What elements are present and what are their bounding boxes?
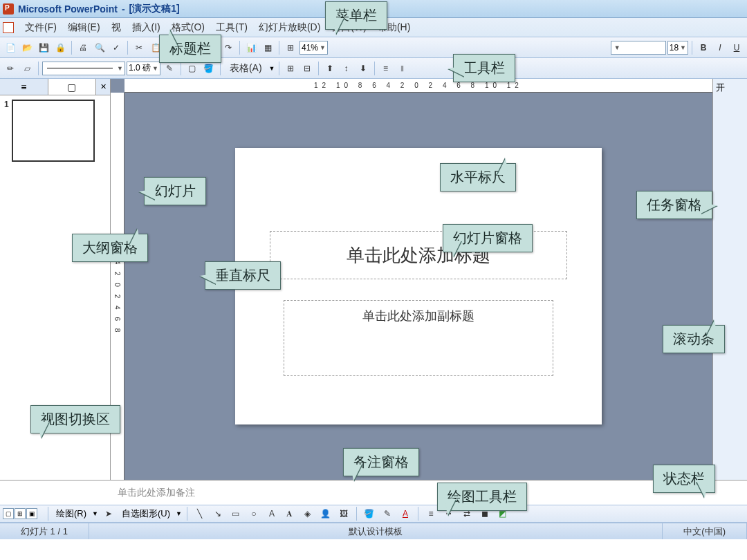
merge-icon[interactable]: ⊞ xyxy=(283,61,298,76)
callout-slide: 幻灯片 xyxy=(144,177,206,205)
status-slide: 幻灯片 1 / 1 xyxy=(0,523,89,539)
draw-table-icon[interactable]: ✏ xyxy=(3,61,18,76)
callout-hruler: 水平标尺 xyxy=(440,163,516,192)
subtitle-placeholder[interactable]: 单击此处添加副标题 xyxy=(284,300,553,376)
line-style-icon[interactable]: ≡ xyxy=(423,506,439,521)
callout-slidepane: 幻灯片窗格 xyxy=(443,224,533,252)
zoom-combo[interactable]: 41%▼ xyxy=(299,41,328,55)
chart-icon[interactable]: 📊 xyxy=(243,40,259,55)
textbox-icon[interactable]: A xyxy=(264,506,279,521)
callout-drawbar: 绘图工具栏 xyxy=(437,483,527,511)
autoshape-menu[interactable]: 自选图形(U) xyxy=(119,507,173,520)
distribute-rows-icon[interactable]: ≡ xyxy=(378,61,394,76)
diagram-icon[interactable]: ◈ xyxy=(300,506,315,521)
chevron-down-icon: ▼ xyxy=(320,44,326,51)
menu-insert[interactable]: 插入(I) xyxy=(127,20,166,35)
spell-icon[interactable]: ✓ xyxy=(109,40,124,55)
permission-icon[interactable]: 🔒 xyxy=(53,40,68,55)
new-icon[interactable]: 📄 xyxy=(3,40,18,55)
border-style-combo[interactable]: ▼ xyxy=(42,62,125,75)
bold-button[interactable]: B xyxy=(696,40,711,55)
split-icon[interactable]: ⊟ xyxy=(299,61,315,76)
taskpane-title: 开 xyxy=(713,79,747,97)
rect-icon[interactable]: ▭ xyxy=(228,506,243,521)
font-combo[interactable]: ▼ xyxy=(611,41,666,55)
line-icon[interactable]: ╲ xyxy=(192,506,208,521)
border-weight-combo[interactable]: 1.0 磅▼ xyxy=(127,62,160,75)
menu-slideshow[interactable]: 幻灯片放映(D) xyxy=(253,20,326,35)
callout-toolbar: 工具栏 xyxy=(453,54,515,82)
chevron-down-icon: ▼ xyxy=(92,510,98,517)
align-mid-icon[interactable]: ↕ xyxy=(339,61,354,76)
underline-button[interactable]: U xyxy=(729,40,744,55)
preview-icon[interactable]: 🔍 xyxy=(92,40,107,55)
tab-slides[interactable]: ▢ xyxy=(48,79,97,95)
close-pane-icon[interactable]: ✕ xyxy=(96,79,110,95)
distribute-cols-icon[interactable]: ⦀ xyxy=(395,61,410,76)
wordart-icon[interactable]: 𝐀 xyxy=(282,506,297,521)
oval-icon[interactable]: ○ xyxy=(246,506,261,521)
normal-view-button[interactable]: ▢ xyxy=(3,508,14,519)
status-language: 中文(中国) xyxy=(663,523,747,539)
chevron-down-icon: ▼ xyxy=(614,44,620,51)
picture-icon[interactable]: 🖼 xyxy=(336,506,351,521)
align-bot-icon[interactable]: ⬇ xyxy=(356,61,371,76)
callout-vruler: 垂直标尺 xyxy=(205,261,281,290)
open-icon[interactable]: 📂 xyxy=(19,40,35,55)
notes-placeholder: 单击此处添加备注 xyxy=(118,487,195,499)
align-top-icon[interactable]: ⬆ xyxy=(322,61,338,76)
drawing-toolbar: ▢ ⊞ ▣ 绘图(R) ▼ ➤ 自选图形(U) ▼ ╲ ↘ ▭ ○ A 𝐀 ◈ … xyxy=(0,505,747,523)
callout-menubar: 菜单栏 xyxy=(325,1,387,30)
chevron-down-icon: ▼ xyxy=(176,510,182,517)
fontsize-combo[interactable]: 18▼ xyxy=(667,41,688,55)
view-switch-buttons: ▢ ⊞ ▣ xyxy=(3,508,37,519)
fill-color-icon[interactable]: 🪣 xyxy=(362,506,377,521)
slide-number: 1 xyxy=(4,100,9,109)
table-icon[interactable]: ▦ xyxy=(260,40,275,55)
print-icon[interactable]: 🖨 xyxy=(75,40,91,55)
menu-tools[interactable]: 工具(T) xyxy=(210,20,253,35)
slide-thumbnail[interactable] xyxy=(12,100,95,162)
thumbnail-row[interactable]: 1 xyxy=(4,100,106,162)
tables-toolbar: ✏ ▱ ▼ 1.0 磅▼ ✎ ▢ 🪣 表格(A) ▼ ⊞ ⊟ ⬆ ↕ ⬇ ≡ ⦀ xyxy=(0,58,747,79)
status-bar: 幻灯片 1 / 1 默认设计模板 中文(中国) xyxy=(0,523,747,539)
tab-outline[interactable]: ≡ xyxy=(0,79,48,95)
slide-canvas[interactable]: 单击此处添加标题 单击此处添加副标题 xyxy=(235,148,602,424)
chevron-down-icon: ▼ xyxy=(117,65,123,72)
pointer-icon[interactable]: ➤ xyxy=(101,506,116,521)
table-menu[interactable]: 表格(A) xyxy=(224,61,268,76)
app-icon xyxy=(3,3,14,15)
menu-edit[interactable]: 编辑(E) xyxy=(62,20,106,35)
draw-menu[interactable]: 绘图(R) xyxy=(53,507,89,520)
eraser-icon[interactable]: ▱ xyxy=(19,61,35,76)
slideshow-view-button[interactable]: ▣ xyxy=(26,508,37,519)
cut-icon[interactable]: ✂ xyxy=(131,40,147,55)
grid-icon[interactable]: ⊞ xyxy=(283,40,298,55)
save-icon[interactable]: 💾 xyxy=(36,40,51,55)
callout-taskpane: 任务窗格 xyxy=(636,191,712,219)
chevron-down-icon: ▼ xyxy=(680,44,686,51)
notes-pane[interactable]: 单击此处添加备注 xyxy=(0,480,747,505)
callout-scrollbar: 滚动条 xyxy=(663,325,725,353)
callout-outline: 大纲窗格 xyxy=(72,234,148,262)
app-name: Microsoft PowerPoint xyxy=(18,3,118,15)
chevron-down-icon: ▼ xyxy=(269,65,275,72)
redo-icon[interactable]: ↷ xyxy=(221,40,236,55)
italic-button[interactable]: I xyxy=(712,40,728,55)
font-color-icon[interactable]: A xyxy=(398,506,413,521)
callout-notes: 备注窗格 xyxy=(343,448,419,476)
menu-file[interactable]: 文件(F) xyxy=(19,20,62,35)
line-color-icon[interactable]: ✎ xyxy=(380,506,395,521)
task-pane[interactable]: 开 xyxy=(712,79,747,480)
thumbnail-list: 1 xyxy=(0,95,110,166)
sorter-view-button[interactable]: ⊞ xyxy=(15,508,26,519)
status-template: 默认设计模板 xyxy=(89,523,663,539)
document-title: [演示文稿1] xyxy=(129,3,180,15)
arrow-icon[interactable]: ↘ xyxy=(210,506,225,521)
chevron-down-icon: ▼ xyxy=(152,65,158,72)
clipart-icon[interactable]: 👤 xyxy=(318,506,333,521)
doc-icon xyxy=(3,22,14,33)
outline-tabs: ≡ ▢ ✕ xyxy=(0,79,110,95)
menu-view[interactable]: 视 xyxy=(106,20,127,35)
callout-titlebar: 标题栏 xyxy=(159,35,221,63)
